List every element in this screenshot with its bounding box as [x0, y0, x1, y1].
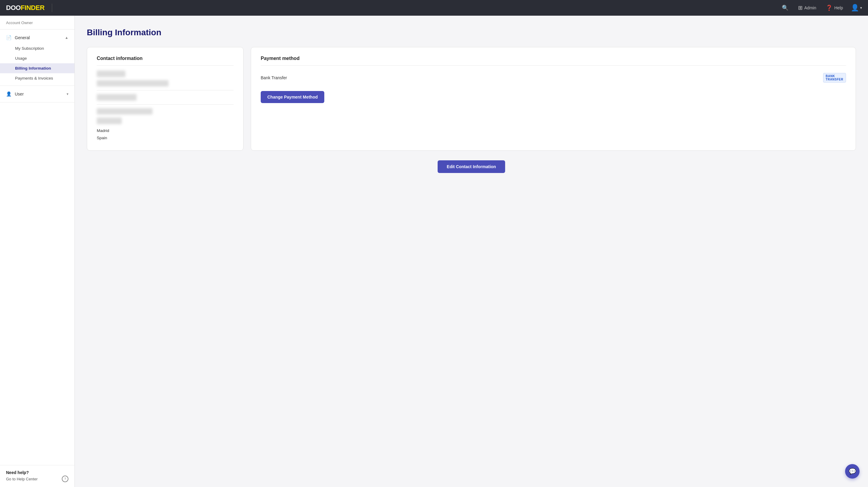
payment-method-label: Bank Transfer	[261, 75, 287, 80]
contact-company-row: Software expert has some solution here	[97, 80, 234, 87]
search-icon: 🔍	[782, 4, 788, 11]
logo-doo: DOO	[6, 4, 21, 11]
user-section-label: User	[15, 92, 24, 96]
admin-button[interactable]: ⊞ Admin	[796, 3, 818, 12]
sidebar-item-usage[interactable]: Usage	[0, 53, 74, 63]
contact-divider-1	[97, 90, 234, 90]
general-chevron-icon: ▲	[65, 36, 68, 40]
contact-address-blurred: C/Rufino Gonzalez, 23 Bis 7°C	[97, 108, 153, 115]
sidebar: Account Owner 📄 General ▲ My Subscriptio…	[0, 16, 75, 487]
need-help-section: Need help? Go to Help Center ?	[0, 465, 74, 487]
contact-email-blurred: elena@doofinder.com	[97, 94, 136, 101]
chat-fab-button[interactable]: 💬	[845, 464, 860, 479]
sidebar-item-billing-information[interactable]: Billing Information	[0, 63, 74, 73]
contact-name-blurred: Elena Lombardi	[97, 70, 125, 77]
cards-row: Contact information Elena Lombardi Softw…	[87, 47, 856, 151]
contact-address-row: C/Rufino Gonzalez, 23 Bis 7°C	[97, 108, 234, 115]
bank-transfer-badge: BANKTRANSFER	[823, 73, 846, 83]
admin-label: Admin	[804, 5, 816, 10]
change-payment-method-button[interactable]: Change Payment Method	[261, 91, 324, 103]
topnav-actions: 🔍 ⊞ Admin ❓ Help 👤 ▾	[780, 3, 862, 12]
contact-divider-2	[97, 104, 234, 104]
help-icon: ❓	[826, 4, 832, 11]
contact-name-row: Elena Lombardi	[97, 70, 234, 77]
contact-company-blurred: Software expert has some solution here	[97, 80, 168, 87]
user-section-header[interactable]: 👤 User ▾	[0, 88, 74, 100]
page-title: Billing Information	[87, 28, 856, 37]
general-section: 📄 General ▲ My Subscription Usage Billin…	[0, 30, 74, 86]
edit-contact-information-button[interactable]: Edit Contact Information	[438, 160, 505, 173]
need-help-title: Need help?	[6, 470, 68, 475]
topnav: DOOFINDER 🔍 ⊞ Admin ❓ Help 👤 ▾	[0, 0, 868, 16]
payment-method-card: Payment method Bank Transfer BANKTRANSFE…	[251, 47, 856, 151]
grid-icon: ⊞	[798, 4, 803, 11]
contact-postal-row: 28037 Madrid	[97, 118, 234, 124]
help-center-link-label: Go to Help Center	[6, 477, 38, 481]
chat-icon: 💬	[849, 468, 856, 475]
payment-method-row: Bank Transfer BANKTRANSFER	[261, 70, 846, 85]
contact-info-card: Contact information Elena Lombardi Softw…	[87, 47, 244, 151]
contact-email-row: elena@doofinder.com	[97, 94, 234, 101]
account-owner-label: Account Owner	[0, 16, 74, 30]
sidebar-item-my-subscription[interactable]: My Subscription	[0, 43, 74, 53]
edit-contact-btn-wrap: Edit Contact Information	[87, 160, 856, 173]
nav-divider	[52, 4, 52, 12]
logo: DOOFINDER	[6, 4, 44, 12]
sidebar-item-payments-invoices[interactable]: Payments & Invoices	[0, 73, 74, 83]
contact-postal-blurred: 28037 Madrid	[97, 118, 122, 124]
account-button[interactable]: 👤 ▾	[851, 4, 862, 12]
payment-card-title: Payment method	[261, 56, 846, 66]
user-section: 👤 User ▾	[0, 86, 74, 102]
help-circle-icon: ?	[62, 476, 68, 482]
account-chevron-icon: ▾	[860, 6, 862, 10]
help-label: Help	[834, 5, 843, 10]
contact-city: Madrid Spain	[97, 127, 234, 142]
account-icon: 👤	[851, 4, 859, 12]
help-button[interactable]: ❓ Help	[824, 3, 845, 12]
user-chevron-icon: ▾	[67, 92, 68, 96]
general-icon: 📄	[6, 35, 12, 40]
layout: Account Owner 📄 General ▲ My Subscriptio…	[0, 16, 868, 487]
contact-card-title: Contact information	[97, 56, 234, 66]
general-section-label: General	[15, 35, 30, 40]
search-button[interactable]: 🔍	[780, 3, 790, 12]
main-content: Billing Information Contact information …	[75, 16, 868, 487]
general-section-header[interactable]: 📄 General ▲	[0, 32, 74, 43]
logo-finder: FINDER	[21, 4, 44, 11]
need-help-link[interactable]: Go to Help Center ?	[6, 476, 68, 482]
user-icon: 👤	[6, 91, 12, 97]
